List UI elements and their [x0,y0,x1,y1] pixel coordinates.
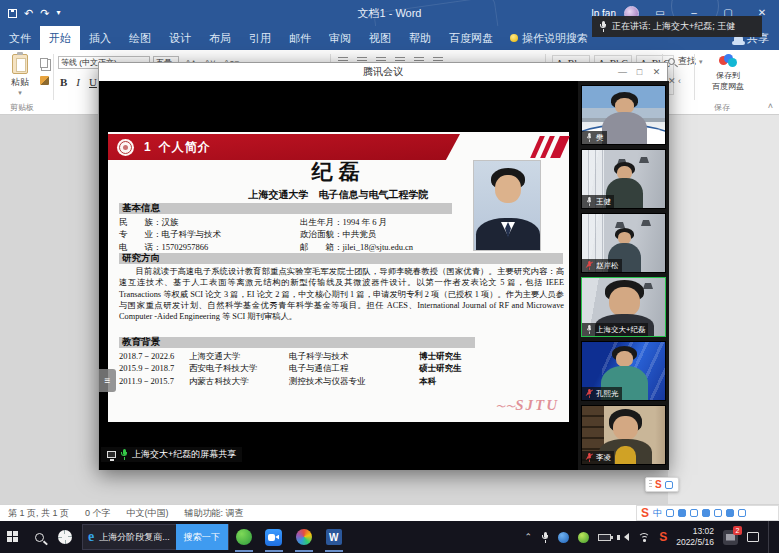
ime-voice-icon[interactable] [690,509,698,517]
participant-video[interactable]: 孔熙光 [581,341,666,401]
underline-button[interactable]: U [89,76,97,88]
battery-icon[interactable] [598,534,611,541]
qat-customize-icon[interactable]: ▾ [56,9,60,17]
tab-help[interactable]: 帮助 [400,26,440,50]
ime-keyboard-icon[interactable] [702,509,710,517]
meeting-panel-toggle[interactable]: ≡ [99,369,116,392]
participant-video[interactable]: 赵岸松 [581,213,666,273]
taskbar-app-meeting[interactable] [259,521,289,553]
tab-mailings[interactable]: 邮件 [280,26,320,50]
tab-file[interactable]: 文件 [0,26,40,50]
mic-muted-icon [586,261,592,270]
participant-list: 樊 王健 赵岸松 [578,81,669,470]
ime-toolbar[interactable]: S 中 [636,505,779,521]
tray-mic-icon[interactable] [541,532,549,543]
tell-me-search[interactable]: 操作说明搜索 [502,26,596,50]
ime-punctuation-icon[interactable] [666,509,674,517]
tab-layout[interactable]: 布局 [200,26,240,50]
action-center-icon[interactable] [747,532,759,542]
participant-video[interactable]: 李凌 [581,405,666,465]
taskbar-app-word[interactable]: W [319,521,349,553]
lamp-shape [639,157,649,163]
taskbar-app-manager[interactable] [229,521,259,553]
wifi-icon[interactable] [638,533,650,542]
tray-antivirus-icon[interactable] [578,532,589,543]
web-search-button[interactable]: 搜索一下 [176,524,228,550]
tab-baidu-netdisk[interactable]: 百度网盘 [440,26,502,50]
volume-icon[interactable] [620,533,629,541]
tray-app-with-badge[interactable]: 2 [723,530,738,545]
word-count[interactable]: 0 个字 [85,507,111,520]
start-button[interactable] [0,521,26,553]
word-app-icon: W [326,529,342,545]
meeting-close-button[interactable]: ✕ [648,63,665,81]
show-desktop-button[interactable] [768,521,773,553]
meeting-minimize-button[interactable]: — [614,63,631,81]
tab-draw[interactable]: 绘图 [120,26,160,50]
italic-button[interactable]: I [76,76,80,88]
meeting-maximize-button[interactable]: □ [631,63,648,81]
format-painter-icon[interactable] [40,76,49,85]
undo-icon[interactable]: ↶ [24,8,33,19]
meeting-title: 腾讯会议 [363,65,403,79]
basic-row: 专 业：电子科学与技术 政治面貌：中共党员 [119,228,467,240]
microphone-icon [599,21,607,32]
taskbar-clock[interactable]: 13:02 2022/5/16 [676,526,714,547]
ime-skin-icon[interactable] [726,509,734,517]
baidu-netdisk-icon [719,54,737,68]
copy-icon[interactable] [40,58,48,68]
participant-video[interactable]: 王健 [581,149,666,209]
sharer-mic-icon [120,449,128,460]
ime-mode-indicator[interactable]: 中 [653,507,662,520]
education-header: 教育背景 [119,337,475,348]
ime-settings-icon[interactable] [665,481,673,489]
education-table: 2018.7－2022.6 上海交通大学 电子科学与技术 博士研究生 2015.… [119,350,569,387]
ime-emoji-icon[interactable] [678,509,686,517]
section-title: 个人简介 [159,139,211,156]
participant-video[interactable]: 樊 [581,85,666,145]
mic-on-icon [586,325,592,334]
tray-sogou-icon[interactable]: S [659,530,667,544]
taskbar-search-button[interactable] [26,521,52,553]
tray-bluetooth-icon[interactable] [558,532,569,543]
paste-icon [12,54,28,74]
accessibility-indicator[interactable]: 辅助功能: 调查 [185,507,244,520]
paste-dropdown-icon[interactable]: ▾ [5,89,35,97]
news-headline[interactable]: 上海分阶段复商... [99,531,176,544]
participant-label: 赵岸松 [582,259,622,272]
slide-banner: 1 个人简介 [108,134,569,160]
drag-handle-icon[interactable] [649,480,652,489]
speaking-toast-text: 正在讲话: 上海交大+纪磊; 王健 [612,20,735,33]
page-indicator[interactable]: 第 1 页, 共 1 页 [8,507,69,520]
tab-home[interactable]: 开始 [40,26,80,50]
mic-muted-icon [586,389,592,398]
basic-row: 电 话：15702957866 邮 箱：jilei_18@sjtu.edu.cn [119,241,467,253]
save-to-baidu-button[interactable]: 保存到 百度网盘 [700,53,756,101]
ime-account-icon[interactable] [714,509,722,517]
pinned-app-pinwheel[interactable] [52,521,78,553]
save-icon[interactable] [8,9,17,18]
browser-app-icon [296,529,312,545]
tab-view[interactable]: 视图 [360,26,400,50]
tab-review[interactable]: 审阅 [320,26,360,50]
ime-toolbox-icon[interactable] [738,509,746,517]
tab-references[interactable]: 引用 [240,26,280,50]
paste-button[interactable]: 粘贴 ▾ [5,54,35,97]
participant-video-active-speaker[interactable]: 上海交大+纪磊 [581,277,666,337]
bold-button[interactable]: B [60,76,67,88]
tab-insert[interactable]: 插入 [80,26,120,50]
sjtu-watermark: 〜〜SJTU [495,397,559,414]
web-search-widget[interactable]: e 上海分阶段复商... 搜索一下 [82,524,229,550]
lamp-shape [641,220,651,226]
mic-on-icon [586,133,592,142]
meeting-titlebar[interactable]: 腾讯会议 — □ ✕ [99,63,667,81]
taskbar-app-browser[interactable] [289,521,319,553]
tab-design[interactable]: 设计 [160,26,200,50]
tray-expand-icon[interactable]: ⌃ [525,532,533,542]
redo-icon[interactable]: ↷ [40,8,49,19]
ime-mini-bar[interactable]: S [645,477,679,492]
collapse-ribbon-icon[interactable]: ˄ [768,101,773,111]
clock-date: 2022/5/16 [676,537,714,548]
language-indicator[interactable]: 中文(中国) [127,507,169,520]
clock-time: 13:02 [676,526,714,537]
